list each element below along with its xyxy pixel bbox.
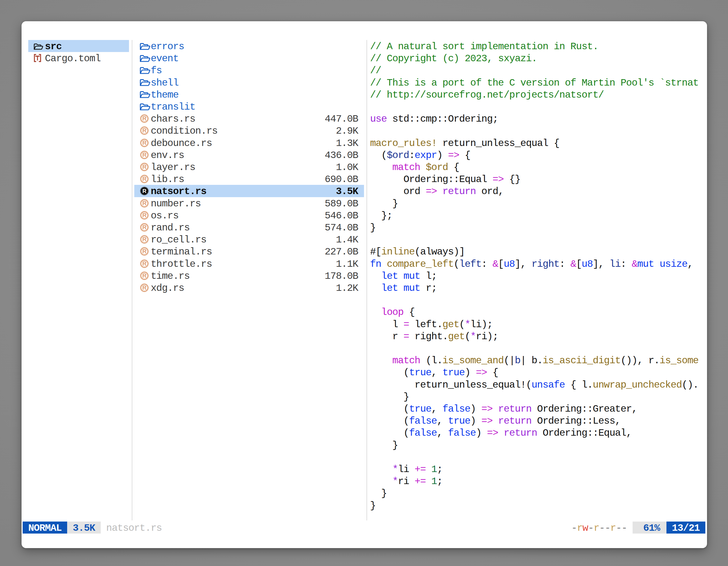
- svg-text:R: R: [142, 176, 147, 183]
- svg-text:R: R: [142, 140, 147, 146]
- svg-text:R: R: [142, 273, 147, 279]
- svg-text:R: R: [142, 164, 147, 170]
- svg-text:R: R: [142, 284, 147, 291]
- svg-text:R: R: [142, 248, 147, 255]
- svg-text:R: R: [142, 200, 147, 207]
- svg-text:R: R: [142, 128, 147, 134]
- svg-text:R: R: [142, 224, 147, 231]
- svg-text:R: R: [142, 236, 147, 243]
- svg-text:R: R: [142, 152, 147, 158]
- svg-text:R: R: [142, 116, 147, 122]
- svg-text:R: R: [142, 261, 147, 267]
- svg-text:R: R: [142, 212, 147, 219]
- svg-text:R: R: [142, 188, 147, 194]
